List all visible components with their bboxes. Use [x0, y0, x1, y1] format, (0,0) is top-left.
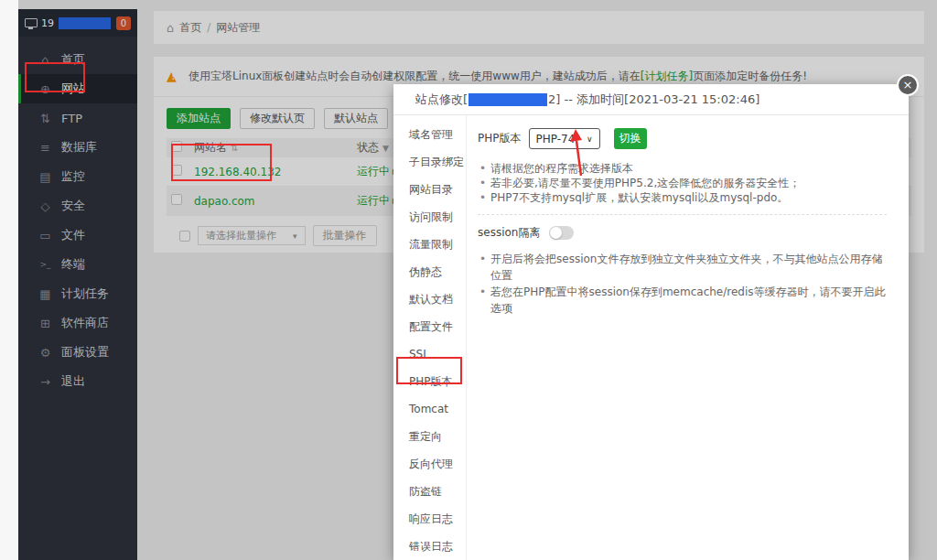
tab-response-log[interactable]: 响应日志 [393, 505, 466, 533]
php-version-label: PHP版本 [478, 131, 522, 146]
tab-hotlink[interactable]: 防盗链 [393, 478, 466, 505]
tab-default-doc[interactable]: 默认文档 [393, 285, 466, 313]
modal-body: 域名管理 子目录绑定 网站目录 访问限制 流量限制 伪静态 默认文档 配置文件 … [393, 115, 909, 560]
close-icon[interactable]: × [897, 74, 919, 96]
session-isolation-toggle[interactable] [549, 226, 574, 240]
tab-php-version[interactable]: PHP版本 [393, 368, 466, 395]
tab-traffic-limit[interactable]: 流量限制 [393, 231, 466, 258]
site-name-redaction [468, 93, 547, 106]
php-version-row: PHP版本 PHP-74 ∨ 切换 [478, 128, 887, 149]
tab-tomcat[interactable]: Tomcat [393, 395, 466, 423]
tab-reverse-proxy[interactable]: 反向代理 [393, 450, 466, 478]
tab-domain[interactable]: 域名管理 [393, 121, 466, 148]
tab-subdir[interactable]: 子目录绑定 [393, 148, 466, 176]
tab-config-file[interactable]: 配置文件 [393, 313, 466, 340]
switch-button[interactable]: 切换 [614, 128, 647, 149]
tab-ssl[interactable]: SSL [393, 340, 466, 368]
tab-redirect[interactable]: 重定向 [393, 423, 466, 450]
session-notes: 开启后将会把session文件存放到独立文件夹独立文件夹，不与其他站点公用存储位… [478, 251, 887, 317]
session-isolation-label: session隔离 [478, 225, 540, 241]
modal-title: 站点修改[ 2] -- 添加时间[2021-03-21 15:02:46] [393, 84, 909, 115]
tab-access-limit[interactable]: 访问限制 [393, 203, 466, 231]
site-modify-modal: × 站点修改[ 2] -- 添加时间[2021-03-21 15:02:46] … [393, 84, 909, 560]
chevron-down-icon: ∨ [587, 135, 593, 144]
session-isolation-row: session隔离 [478, 225, 887, 241]
php-version-select[interactable]: PHP-74 ∨ [529, 128, 600, 149]
tab-error-log[interactable]: 错误日志 [393, 533, 466, 560]
tab-sitedir[interactable]: 网站目录 [393, 176, 466, 203]
divider [478, 214, 887, 215]
tab-rewrite[interactable]: 伪静态 [393, 258, 466, 285]
modal-menu: 域名管理 子目录绑定 网站目录 访问限制 流量限制 伪静态 默认文档 配置文件 … [393, 115, 467, 560]
screen-left-margin [0, 0, 18, 560]
php-notes: 请根据您的程序需求选择版本 若非必要,请尽量不要使用PHP5.2,这会降低您的服… [478, 161, 887, 205]
php-version-panel: PHP版本 PHP-74 ∨ 切换 请根据您的程序需求选择版本 若非必要,请尽量… [467, 115, 909, 560]
